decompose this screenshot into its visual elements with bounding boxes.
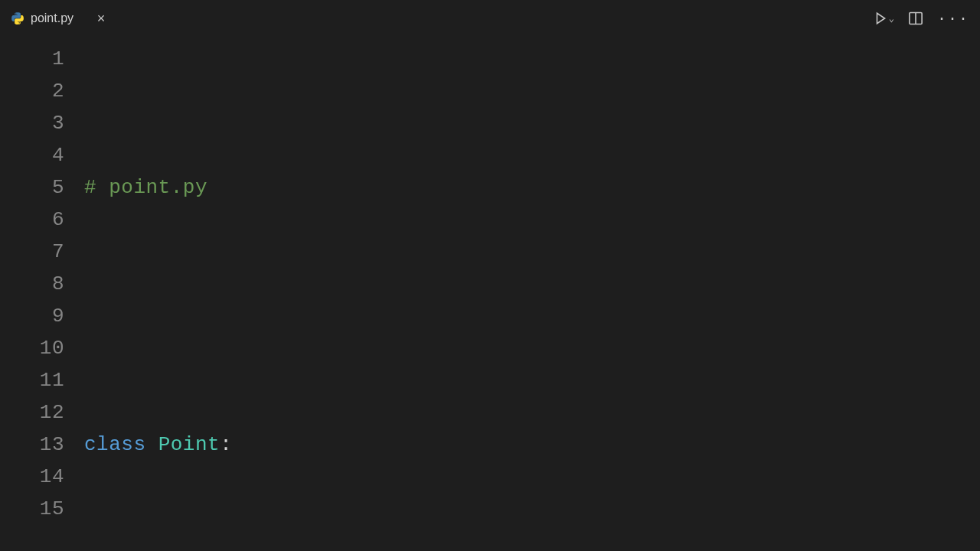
line-number: 11 [0,364,64,396]
line-number: 3 [0,107,64,139]
line-number: 8 [0,268,64,300]
more-actions-icon[interactable]: ··· [937,10,969,28]
code-area[interactable]: # point.py class Point: def __new__(cls,… [84,37,980,551]
line-number: 12 [0,396,64,429]
chevron-down-icon: ⌄ [889,13,894,24]
line-number: 5 [0,171,64,204]
tab-bar: point.py × ⌄ ··· [0,0,980,37]
code-editor[interactable]: 1 2 3 4 5 6 7 8 9 10 11 12 13 14 15 # po… [0,37,980,551]
split-editor-icon[interactable] [908,11,923,26]
line-number: 15 [0,493,64,525]
code-line [84,300,980,332]
close-icon[interactable]: × [93,11,109,27]
code-line: class Point: [84,429,980,461]
tab-filename: point.py [31,11,74,25]
tab-point-py[interactable]: point.py × [0,0,119,37]
line-number: 9 [0,300,64,332]
line-number: 2 [0,75,64,107]
line-number-gutter: 1 2 3 4 5 6 7 8 9 10 11 12 13 14 15 [0,37,84,551]
tab-actions: ⌄ ··· [874,0,969,37]
run-button[interactable]: ⌄ [874,11,894,25]
line-number: 10 [0,332,64,364]
line-number: 13 [0,429,64,461]
line-number: 4 [0,139,64,171]
line-number: 1 [0,43,64,75]
line-number: 14 [0,461,64,493]
python-file-icon [11,11,24,25]
line-number: 6 [0,204,64,236]
code-line: # point.py [84,171,980,204]
line-number: 7 [0,236,64,268]
